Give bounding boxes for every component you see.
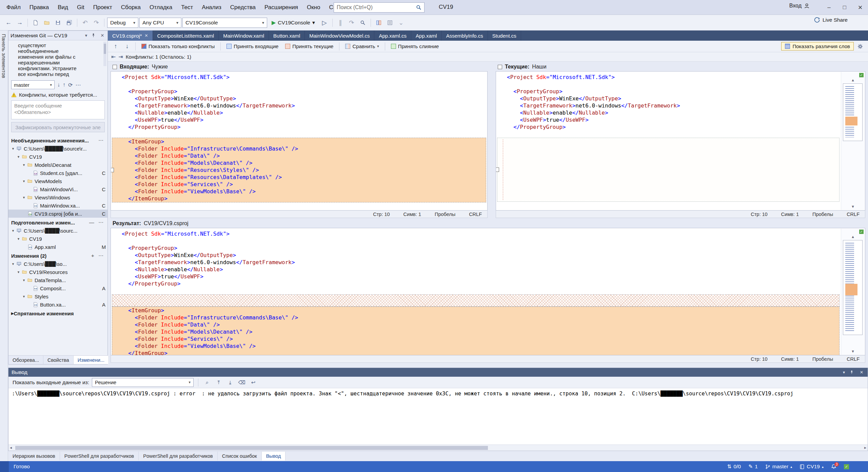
chevron-expanded-icon[interactable]: ▾ — [21, 294, 26, 299]
pin-icon[interactable] — [91, 33, 97, 38]
chevron-right-icon[interactable]: ▸ — [11, 310, 14, 316]
toolbox-strip[interactable]: Панель элементов — [0, 31, 8, 461]
close-tab-icon[interactable]: ✕ — [145, 33, 148, 38]
chevron-expanded-icon[interactable]: ▾ — [11, 229, 16, 233]
doc-tab[interactable]: MainWindow.xaml — [219, 31, 269, 41]
incoming-checkbox[interactable] — [113, 65, 117, 69]
menu-item-тест[interactable]: Тест — [177, 2, 197, 13]
tree-row[interactable]: ▾DataTempla... — [8, 276, 107, 284]
show-conflicts-only-button[interactable]: Показать только конфликты — [139, 42, 217, 50]
tree-section-header[interactable]: Необъединенные изменения...⋯ — [8, 136, 107, 144]
platform-select[interactable]: Any CPU▾ — [139, 18, 181, 28]
horizontal-scrollbar[interactable]: ◂ ▸ — [8, 445, 868, 451]
tree-row[interactable]: <>App.xamlM — [8, 243, 107, 251]
save-all-icon[interactable] — [64, 17, 74, 28]
chevron-down-icon[interactable]: ▾ — [83, 33, 89, 38]
menu-item-вид[interactable]: Вид — [53, 2, 73, 13]
commit-message-input[interactable]: Введите сообщение <Обязательно> — [11, 100, 105, 119]
tree-row[interactable]: ▾CV19/Resources — [8, 268, 107, 276]
chevron-expanded-icon[interactable]: ▾ — [21, 179, 26, 183]
live-share-button[interactable]: Live Share — [814, 17, 848, 23]
show-word-differences-button[interactable]: Показать различия слов — [781, 42, 854, 51]
doc-tab[interactable]: App.xaml — [411, 31, 442, 41]
commit-staged-button[interactable]: Зафиксировать промежуточные эле — [11, 122, 105, 132]
scroll-right-icon[interactable]: ▸ — [864, 445, 866, 450]
menu-item-проект[interactable]: Проект — [89, 2, 117, 13]
undo-icon[interactable]: ↶ — [80, 17, 90, 28]
tree-row[interactable]: ▾ViewModels — [8, 177, 107, 185]
last-conflict-icon[interactable]: ⇥ — [118, 54, 123, 60]
sidebar-tab[interactable]: Свойства — [43, 356, 74, 364]
sign-in-button[interactable]: Вход — [789, 3, 810, 9]
tree-row[interactable]: ▾Styles — [8, 292, 107, 300]
save-icon[interactable] — [53, 17, 63, 28]
toolbar-overflow-icon[interactable]: ⌄ — [396, 17, 406, 28]
redo-icon[interactable]: ↷ — [91, 17, 101, 28]
take-current-button[interactable]: Принять текущие — [282, 42, 336, 50]
feedback-corner[interactable] — [0, 461, 9, 472]
scroll-down-icon[interactable]: ▼ — [841, 349, 865, 353]
fetch-icon[interactable]: ↓ — [57, 82, 60, 88]
clear-output-icon[interactable]: ⌫ — [237, 378, 246, 387]
chevron-expanded-icon[interactable]: ▾ — [21, 163, 26, 167]
tree-row[interactable]: C#Student.cs [удал...C — [8, 169, 107, 177]
tree-section-header[interactable]: ▸Спрятанные изменения — [8, 309, 107, 317]
menu-item-правка[interactable]: Правка — [25, 2, 53, 13]
take-incoming-button[interactable]: Принять входящие — [224, 42, 281, 50]
bottom-tab[interactable]: Вывод — [262, 452, 286, 460]
health-check-icon[interactable]: ✓ — [844, 464, 849, 469]
close-icon[interactable]: ✕ — [859, 370, 865, 375]
find-message-icon[interactable]: ⌕ — [203, 378, 212, 387]
tree-row[interactable]: ▾CV19 — [8, 235, 107, 243]
more-actions-icon[interactable]: ⋯ — [75, 82, 81, 88]
tree-row[interactable]: ▾C:\Users\███\so... — [8, 260, 107, 268]
scroll-down-icon[interactable]: ▼ — [841, 204, 865, 209]
chevron-expanded-icon[interactable]: ▾ — [16, 155, 21, 159]
menu-item-отладка[interactable]: Отладка — [145, 2, 177, 13]
doc-tab[interactable]: AssemblyInfo.cs — [442, 31, 488, 41]
doc-tab[interactable]: Student.cs — [488, 31, 521, 41]
conflict-checkbox[interactable] — [111, 168, 114, 172]
chevron-expanded-icon[interactable]: ▾ — [16, 237, 21, 241]
break-all-icon[interactable]: ∥ — [335, 17, 346, 28]
open-folder-icon[interactable] — [42, 17, 52, 28]
sidebar-tab[interactable]: Обозрева... — [8, 356, 43, 364]
doc-tab[interactable]: MainWindowViewModel.cs — [305, 31, 374, 41]
menu-item-средства[interactable]: Средства — [226, 2, 260, 13]
scrollbar[interactable] — [103, 42, 106, 66]
bottom-tab[interactable]: PowerShell для разработчиков — [60, 452, 139, 460]
close-icon[interactable]: ✕ — [99, 33, 105, 38]
menu-item-окно[interactable]: Окно — [302, 2, 325, 13]
navigate-forward-icon[interactable]: → — [15, 17, 25, 28]
tree-row[interactable]: C#CV19.csproj [оба и...C — [8, 210, 107, 218]
close-button[interactable]: ✕ — [852, 0, 868, 15]
start-without-debugging-icon[interactable]: ▷ — [319, 17, 330, 28]
scrollbar-minimap[interactable]: ✓ ▲ ▼ — [841, 229, 865, 355]
doc-tab[interactable]: Button.xaml — [269, 31, 305, 41]
first-conflict-icon[interactable]: ⇤ — [111, 54, 116, 60]
sync-commits-button[interactable]: ⇅0/0 — [727, 464, 741, 470]
menu-item-git[interactable]: Git — [73, 2, 89, 13]
tree-row[interactable]: ▾CV19 — [8, 153, 107, 161]
section-actions[interactable]: — ⋯ — [89, 219, 105, 225]
search-icon[interactable] — [416, 5, 421, 10]
section-actions[interactable]: + ⋯ — [91, 253, 105, 259]
notifications-button[interactable]: 3 — [831, 464, 836, 469]
doc-tab[interactable]: App.xaml.cs — [374, 31, 411, 41]
sidebar-tab[interactable]: Изменени... — [74, 356, 109, 364]
doc-tab[interactable]: CV19.csproj*✕ — [108, 31, 153, 41]
compare-button[interactable]: Сравнить▾ — [342, 42, 381, 50]
menu-item-файл[interactable]: Файл — [2, 2, 25, 13]
solution-explorer-icon[interactable] — [385, 17, 395, 28]
bottom-tab[interactable]: PowerShell для разработчиков — [139, 452, 218, 460]
current-branch-button[interactable]: master▴ — [765, 464, 792, 470]
current-repo-button[interactable]: CV19▴ — [800, 464, 824, 470]
quick-search-input[interactable]: Поиск (Ctrl+Q) — [334, 2, 425, 13]
git-compare-icon[interactable] — [374, 17, 384, 28]
tree-row[interactable]: <>MainWindow.xa...C — [8, 201, 107, 210]
incoming-code-editor[interactable]: <Project Sdk="Microsoft.NET.Sdk"> <Prope… — [111, 71, 488, 211]
tree-row[interactable]: <>Button.xa...A — [8, 300, 107, 309]
current-checkbox[interactable] — [498, 65, 502, 69]
scroll-up-icon[interactable]: ▲ — [841, 78, 865, 82]
menu-item-расширения[interactable]: Расширения — [260, 2, 302, 13]
